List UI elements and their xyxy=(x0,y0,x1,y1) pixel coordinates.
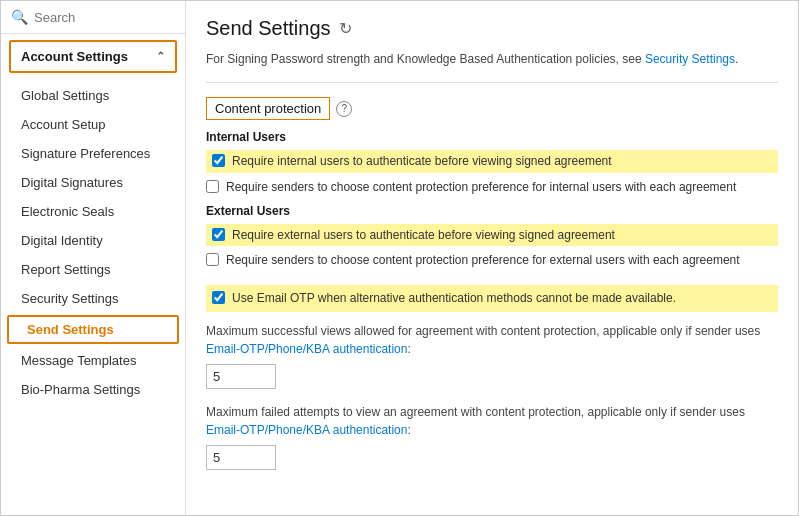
content-protection-title: Content protection xyxy=(206,97,330,120)
content-protection-header: Content protection ? xyxy=(206,97,778,120)
external-checkbox-2[interactable] xyxy=(206,253,219,266)
search-icon: 🔍 xyxy=(11,9,28,25)
sidebar-item-message-templates[interactable]: Message Templates xyxy=(1,346,185,375)
security-settings-link[interactable]: Security Settings xyxy=(645,52,735,66)
page-title-row: Send Settings ↻ xyxy=(206,17,778,40)
divider-top xyxy=(206,82,778,83)
chevron-up-icon: ⌃ xyxy=(156,50,165,63)
info-text-suffix: . xyxy=(735,52,738,66)
sidebar-item-digital-identity[interactable]: Digital Identity xyxy=(1,226,185,255)
sidebar-item-bio-pharma-settings[interactable]: Bio-Pharma Settings xyxy=(1,375,185,404)
sidebar-item-global-settings[interactable]: Global Settings xyxy=(1,81,185,110)
internal-checkbox-1-row: Require internal users to authenticate b… xyxy=(206,150,778,173)
internal-checkbox-1-label: Require internal users to authenticate b… xyxy=(232,153,612,170)
external-checkbox-1-label: Require external users to authenticate b… xyxy=(232,227,615,244)
sidebar-item-security-settings[interactable]: Security Settings xyxy=(1,284,185,313)
external-checkbox-1[interactable] xyxy=(212,228,225,241)
max-views-input[interactable] xyxy=(206,364,276,389)
email-otp-row: Use Email OTP when alternative authentic… xyxy=(206,285,778,312)
sidebar-item-electronic-seals[interactable]: Electronic Seals xyxy=(1,197,185,226)
internal-checkbox-2-row: Require senders to choose content protec… xyxy=(206,179,778,196)
sidebar-item-account-setup[interactable]: Account Setup xyxy=(1,110,185,139)
sidebar-items-list: Global Settings Account Setup Signature … xyxy=(1,77,185,408)
info-text-prefix: For Signing Password strength and Knowle… xyxy=(206,52,645,66)
help-icon[interactable]: ? xyxy=(336,101,352,117)
account-settings-section: Account Settings ⌃ xyxy=(9,40,177,73)
max-failed-input[interactable] xyxy=(206,445,276,470)
account-settings-header[interactable]: Account Settings ⌃ xyxy=(11,42,175,71)
external-checkbox-2-row: Require senders to choose content protec… xyxy=(206,252,778,269)
main-content: Send Settings ↻ For Signing Password str… xyxy=(186,1,798,515)
refresh-icon[interactable]: ↻ xyxy=(339,19,352,38)
external-users-label: External Users xyxy=(206,204,778,218)
sidebar-item-signature-preferences[interactable]: Signature Preferences xyxy=(1,139,185,168)
search-bar: 🔍 xyxy=(1,1,185,34)
app-container: 🔍 Account Settings ⌃ Global Settings Acc… xyxy=(0,0,799,516)
sidebar: 🔍 Account Settings ⌃ Global Settings Acc… xyxy=(1,1,186,515)
info-text: For Signing Password strength and Knowle… xyxy=(206,50,778,68)
email-otp-checkbox[interactable] xyxy=(212,291,225,304)
internal-checkbox-2[interactable] xyxy=(206,180,219,193)
sidebar-item-report-settings[interactable]: Report Settings xyxy=(1,255,185,284)
internal-users-label: Internal Users xyxy=(206,130,778,144)
max-views-label: Maximum successful views allowed for agr… xyxy=(206,322,778,358)
email-otp-label: Use Email OTP when alternative authentic… xyxy=(232,290,676,307)
max-failed-label: Maximum failed attempts to view an agree… xyxy=(206,403,778,439)
account-settings-label: Account Settings xyxy=(21,49,128,64)
internal-checkbox-2-label: Require senders to choose content protec… xyxy=(226,179,736,196)
max-views-link[interactable]: Email-OTP/Phone/KBA authentication xyxy=(206,342,407,356)
max-failed-link[interactable]: Email-OTP/Phone/KBA authentication xyxy=(206,423,407,437)
internal-checkbox-1[interactable] xyxy=(212,154,225,167)
sidebar-item-send-settings[interactable]: Send Settings xyxy=(7,315,179,344)
search-input[interactable] xyxy=(34,10,175,25)
external-checkbox-2-label: Require senders to choose content protec… xyxy=(226,252,740,269)
external-checkbox-1-row: Require external users to authenticate b… xyxy=(206,224,778,247)
sidebar-item-digital-signatures[interactable]: Digital Signatures xyxy=(1,168,185,197)
page-title: Send Settings xyxy=(206,17,331,40)
